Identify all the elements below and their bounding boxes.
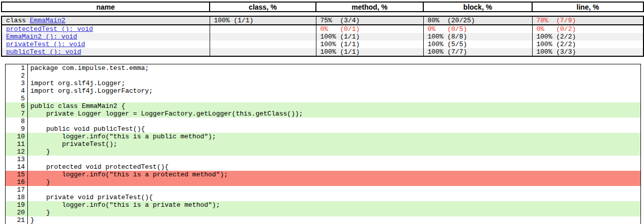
source-code-text: public class EmmaMain2 { (28, 102, 641, 110)
source-line-row: 3import org.slf4j.Logger; (6, 80, 641, 87)
source-code-text: package com.impulse.test.emma; (28, 64, 641, 72)
line-number: 9 (6, 125, 28, 133)
source-line-row: 15 logger.info("this is a protected meth… (6, 171, 641, 178)
line-number: 16 (6, 178, 28, 186)
table-row-publicTest: publicTest (): void 100% (1/1) 100% (7/7… (2, 48, 643, 56)
source-line-row: 13 (6, 156, 641, 163)
source-code-text: logger.info("this is a public method"); (28, 133, 641, 140)
line-pct-cell: 100% (2/2) (532, 41, 643, 48)
line-number: 11 (6, 140, 28, 148)
source-code-text (28, 118, 641, 125)
source-code-text (28, 95, 641, 102)
method-pct-cell: 75% (3/4) (316, 16, 423, 25)
class-name-cell: class EmmaMain2 (2, 16, 210, 25)
block-pct-cell: 80% (20/25) (423, 16, 532, 25)
source-line-row: 9 public void publicTest(){ (6, 125, 641, 133)
method-link-EmmaMain2[interactable]: EmmaMain2 (): void (6, 33, 77, 41)
coverage-report-page: name class, % method, % block, % line, %… (0, 0, 644, 224)
table-row-privateTest: privateTest (): void 100% (1/1) 100% (5/… (2, 41, 643, 48)
class-link[interactable]: EmmaMain2 (30, 17, 65, 24)
line-number: 20 (6, 209, 28, 216)
source-line-row: 6public class EmmaMain2 { (6, 102, 641, 110)
method-link-protectedTest[interactable]: protectedTest (): void (6, 25, 93, 33)
source-line-row: 4import org.slf4j.LoggerFactory; (6, 87, 641, 95)
source-code-text: protected void protectedTest(){ (28, 163, 641, 171)
source-code-text: public void publicTest(){ (28, 125, 641, 133)
source-line-row: 18 private void privateTest(){ (6, 194, 641, 201)
method-pct-cell: 0% (0/1) (316, 25, 423, 33)
table-row-protectedTest: protectedTest (): void 0% (0/1) 0% (0/5)… (2, 25, 643, 33)
line-number: 13 (6, 156, 28, 163)
line-number: 10 (6, 133, 28, 140)
line-number: 8 (6, 118, 28, 125)
method-pct-cell: 100% (1/1) (316, 48, 423, 56)
column-header-name: name (2, 2, 210, 12)
source-code-table: 1package com.impulse.test.emma;23import … (5, 64, 641, 224)
summary-header-table: name class, % method, % block, % line, % (1, 2, 644, 12)
line-number: 6 (6, 102, 28, 110)
class-pct-cell (210, 48, 316, 56)
line-pct-cell: 100% (3/3) (532, 48, 643, 56)
line-number: 12 (6, 148, 28, 156)
source-code-text: private void privateTest(){ (28, 194, 641, 201)
method-pct-cell: 100% (1/1) (316, 41, 423, 48)
source-code-text: } (28, 216, 641, 224)
line-number: 21 (6, 216, 28, 224)
source-line-row: 21} (6, 216, 641, 224)
class-pct-cell: 100% (1/1) (210, 16, 316, 25)
source-code-text: logger.info("this is a protected method"… (28, 171, 641, 178)
source-code-text: } (28, 148, 641, 156)
source-line-row: 19 logger.info("this is a private method… (6, 201, 641, 209)
summary-header-row: name class, % method, % block, % line, % (2, 2, 643, 12)
line-number: 7 (6, 110, 28, 118)
method-name-cell: publicTest (): void (2, 48, 210, 56)
block-pct-cell: 0% (0/5) (423, 25, 532, 33)
method-link-privateTest[interactable]: privateTest (): void (6, 41, 85, 48)
source-code-text: private Logger logger = LoggerFactory.ge… (28, 110, 641, 118)
source-line-row: 12 } (6, 148, 641, 156)
method-link-publicTest[interactable]: publicTest (): void (6, 48, 81, 56)
block-pct-cell: 100% (5/5) (423, 41, 532, 48)
method-name-cell: protectedTest (): void (2, 25, 210, 33)
source-line-row: 14 protected void protectedTest(){ (6, 163, 641, 171)
source-code-text: logger.info("this is a private method"); (28, 201, 641, 209)
source-line-row: 5 (6, 95, 641, 102)
line-number: 14 (6, 163, 28, 171)
source-code-text: } (28, 209, 641, 216)
block-pct-cell: 100% (8/8) (423, 33, 532, 41)
source-code-text: import org.slf4j.LoggerFactory; (28, 87, 641, 95)
source-line-row: 8 (6, 118, 641, 125)
source-code-text: } (28, 178, 641, 186)
source-line-row: 7 private Logger logger = LoggerFactory.… (6, 110, 641, 118)
line-pct-cell: 78% (7/9) (532, 16, 643, 25)
class-keyword: class (6, 17, 30, 24)
column-header-method: method, % (316, 2, 423, 12)
line-number: 15 (6, 171, 28, 178)
line-number: 17 (6, 186, 28, 194)
column-header-class: class, % (210, 2, 316, 12)
column-header-line: line, % (532, 2, 643, 12)
line-number: 3 (6, 80, 28, 87)
source-line-row: 10 logger.info("this is a public method"… (6, 133, 641, 140)
source-code-text (28, 156, 641, 163)
source-line-row: 1package com.impulse.test.emma; (6, 64, 641, 72)
line-number: 19 (6, 201, 28, 209)
source-line-row: 20 } (6, 209, 641, 216)
source-line-row: 16 } (6, 178, 641, 186)
table-row-class-summary: class EmmaMain2 100% (1/1) 75% (3/4) 80%… (2, 16, 643, 25)
line-number: 1 (6, 64, 28, 72)
column-header-block: block, % (423, 2, 532, 12)
table-row-EmmaMain2-ctor: EmmaMain2 (): void 100% (1/1) 100% (8/8)… (2, 33, 643, 41)
source-code-text: privateTest(); (28, 140, 641, 148)
method-name-cell: privateTest (): void (2, 41, 210, 48)
line-number: 5 (6, 95, 28, 102)
line-pct-cell: 100% (2/2) (532, 33, 643, 41)
source-code-text (28, 186, 641, 194)
source-line-row: 2 (6, 72, 641, 80)
source-code-text: import org.slf4j.Logger; (28, 80, 641, 87)
source-line-row: 11 privateTest(); (6, 140, 641, 148)
line-number: 18 (6, 194, 28, 201)
block-pct-cell: 100% (7/7) (423, 48, 532, 56)
line-number: 2 (6, 72, 28, 80)
source-line-row: 17 (6, 186, 641, 194)
